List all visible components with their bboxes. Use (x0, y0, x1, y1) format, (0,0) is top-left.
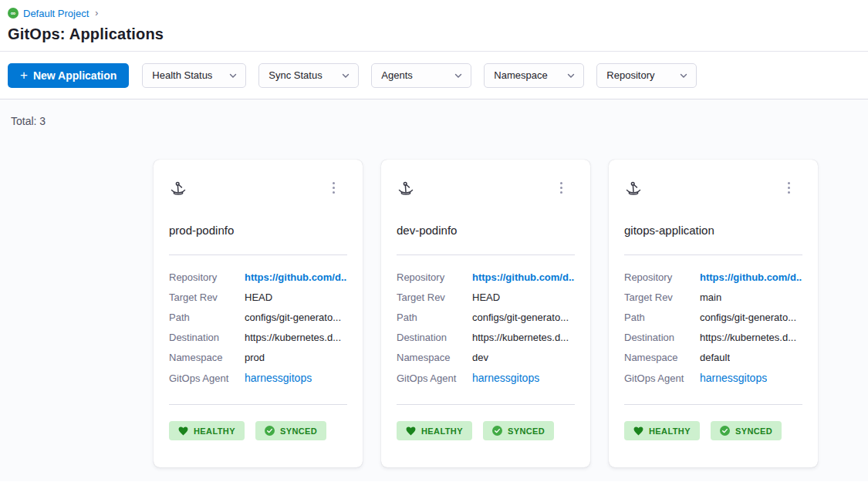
card-menu-kebab-icon[interactable] (328, 179, 339, 197)
namespace-value: default (700, 352, 730, 363)
filter-agents-label: Agents (381, 69, 412, 81)
gitops-agent-link[interactable]: harnessgitops (472, 372, 539, 384)
sync-status-badge: SYNCED (483, 421, 554, 440)
field-label-path: Path (169, 312, 245, 323)
application-name: prod-podinfo (169, 224, 347, 237)
path-value: configs/git-generato... (472, 312, 569, 323)
filter-health-status[interactable]: Health Status (142, 63, 246, 88)
project-icon: ∞ (8, 8, 19, 19)
gitops-app-icon (169, 179, 187, 197)
field-label-path: Path (397, 312, 472, 323)
field-label-destination: Destination (169, 332, 245, 343)
health-status-label: HEALTHY (421, 426, 463, 436)
divider (169, 254, 347, 255)
destination-value: https://kubernetes.d... (245, 332, 341, 343)
namespace-value: dev (472, 352, 488, 363)
chevron-down-icon (679, 71, 688, 80)
application-card-gitops-application[interactable]: gitops-application Repositoryhttps://git… (609, 160, 818, 467)
check-circle-icon (492, 426, 502, 436)
field-label-target-rev: Target Rev (624, 292, 700, 303)
filter-sync-status[interactable]: Sync Status (258, 63, 359, 88)
field-label-destination: Destination (624, 332, 700, 343)
gitops-agent-link[interactable]: harnessgitops (245, 372, 312, 384)
plus-icon: + (20, 69, 28, 82)
filter-agents[interactable]: Agents (371, 63, 471, 88)
sync-status-label: SYNCED (280, 426, 317, 436)
check-circle-icon (720, 426, 730, 436)
chevron-down-icon (228, 71, 238, 80)
health-status-label: HEALTHY (649, 426, 691, 436)
field-label-destination: Destination (397, 332, 472, 343)
divider (169, 404, 347, 405)
repository-link[interactable]: https://github.com/d... (245, 271, 347, 283)
field-label-target-rev: Target Rev (397, 292, 472, 303)
field-label-namespace: Namespace (624, 352, 700, 363)
gitops-agent-link[interactable]: harnessgitops (700, 372, 767, 384)
sync-status-label: SYNCED (508, 426, 545, 436)
filter-namespace[interactable]: Namespace (484, 63, 584, 88)
heart-icon (406, 426, 416, 436)
filter-bar: Health Status Sync Status Agents Namespa… (142, 63, 697, 88)
total-count: Total: 3 (0, 99, 868, 127)
divider (397, 254, 575, 255)
card-menu-kebab-icon[interactable] (556, 179, 567, 197)
application-name: dev-podinfo (397, 224, 575, 237)
repository-link[interactable]: https://github.com/d... (472, 271, 575, 283)
application-name: gitops-application (624, 224, 802, 237)
sync-status-label: SYNCED (735, 426, 772, 436)
repository-link[interactable]: https://github.com/d... (700, 271, 802, 283)
filter-repository-label: Repository (606, 69, 654, 81)
application-card-dev-podinfo[interactable]: dev-podinfo Repositoryhttps://github.com… (381, 160, 590, 467)
toolbar: + New Application Health Status Sync Sta… (0, 52, 868, 99)
namespace-value: prod (245, 352, 265, 363)
new-application-label: New Application (33, 69, 117, 82)
path-value: configs/git-generato... (245, 312, 341, 323)
filter-namespace-label: Namespace (494, 69, 547, 81)
card-menu-kebab-icon[interactable] (783, 179, 795, 197)
chevron-down-icon (341, 71, 350, 80)
chevron-down-icon (566, 71, 576, 80)
target-rev-value: HEAD (245, 292, 272, 303)
filter-health-status-label: Health Status (152, 69, 212, 81)
filter-sync-status-label: Sync Status (269, 69, 322, 81)
check-circle-icon (265, 426, 275, 436)
health-status-badge: HEALTHY (397, 421, 472, 440)
destination-value: https://kubernetes.d... (472, 332, 569, 343)
field-label-repository: Repository (169, 271, 245, 283)
filter-repository[interactable]: Repository (596, 63, 697, 88)
destination-value: https://kubernetes.d... (700, 332, 796, 343)
health-status-badge: HEALTHY (169, 421, 245, 440)
application-cards: prod-podinfo Repositoryhttps://github.co… (154, 160, 868, 467)
field-label-path: Path (624, 312, 700, 323)
field-label-target-rev: Target Rev (169, 292, 245, 303)
field-label-gitops-agent: GitOps Agent (624, 372, 700, 384)
chevron-down-icon (454, 71, 463, 80)
page-title: GitOps: Applications (8, 25, 868, 43)
divider (397, 404, 575, 405)
new-application-button[interactable]: + New Application (8, 63, 129, 88)
heart-icon (633, 426, 643, 436)
field-label-namespace: Namespace (397, 352, 472, 363)
page-header: ∞ Default Project › GitOps: Applications (0, 0, 868, 52)
field-label-gitops-agent: GitOps Agent (169, 372, 245, 384)
target-rev-value: HEAD (472, 292, 500, 303)
field-label-repository: Repository (624, 271, 700, 283)
target-rev-value: main (700, 292, 721, 303)
breadcrumb-project-link[interactable]: Default Project (23, 8, 89, 19)
health-status-badge: HEALTHY (624, 421, 700, 440)
divider (624, 404, 802, 405)
sync-status-badge: SYNCED (255, 421, 326, 440)
content-area: Total: 3 prod-podinfo Repositoryhttps://… (0, 99, 868, 481)
path-value: configs/git-generato... (700, 312, 796, 323)
heart-icon (178, 426, 188, 436)
divider (624, 254, 802, 255)
gitops-app-icon (397, 179, 415, 197)
chevron-right-icon: › (95, 8, 98, 19)
breadcrumb: ∞ Default Project › (8, 6, 868, 20)
health-status-label: HEALTHY (194, 426, 235, 436)
field-label-repository: Repository (397, 271, 472, 283)
sync-status-badge: SYNCED (711, 421, 782, 440)
field-label-gitops-agent: GitOps Agent (397, 372, 472, 384)
application-card-prod-podinfo[interactable]: prod-podinfo Repositoryhttps://github.co… (154, 160, 363, 467)
gitops-app-icon (624, 179, 643, 197)
